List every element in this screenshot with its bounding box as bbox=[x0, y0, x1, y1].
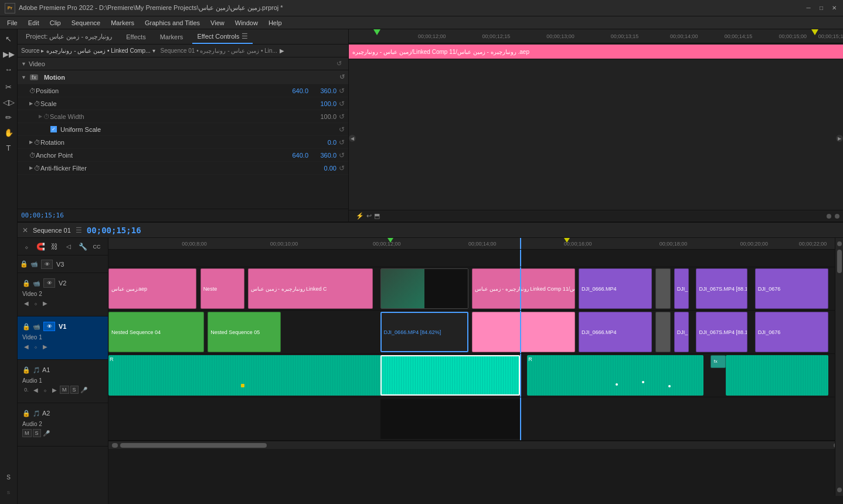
panel-menu-icon[interactable]: ☰ bbox=[242, 32, 248, 40]
a1-next[interactable]: ▶ bbox=[50, 386, 59, 394]
scroll-right[interactable]: ▶ bbox=[836, 135, 843, 142]
anti-flicker-reset[interactable]: ↺ bbox=[339, 164, 345, 172]
menu-help[interactable]: Help bbox=[264, 18, 287, 28]
export-icon[interactable]: ⬒ bbox=[374, 212, 380, 220]
settings-tool[interactable]: S bbox=[2, 470, 16, 484]
v2-clip-2[interactable]: Neste bbox=[200, 268, 244, 309]
video-reset-icon[interactable]: ↺ bbox=[333, 58, 345, 70]
v3-vis[interactable]: 👁 bbox=[41, 260, 53, 269]
maximize-button[interactable]: □ bbox=[817, 4, 825, 12]
razor-tool[interactable]: ✂ bbox=[2, 80, 16, 94]
v3-lock[interactable]: 🔒 bbox=[20, 260, 28, 268]
add-markers-tool[interactable]: ⬦ bbox=[20, 240, 33, 253]
v1-clip-1[interactable]: Nested Sequence 04 bbox=[108, 312, 204, 352]
a1-add[interactable]: ⬦ bbox=[41, 386, 49, 394]
position-x[interactable]: 640.0 bbox=[285, 87, 308, 94]
timeline-ruler[interactable]: 00;00;8;00 00;00;10;00 00;00;12;00 00;00… bbox=[108, 238, 843, 250]
scale-collapse[interactable]: ▶ bbox=[29, 101, 33, 106]
mark-in-tool[interactable]: ◁ bbox=[62, 240, 75, 253]
a1-vol[interactable]: 0. bbox=[22, 386, 30, 394]
v2-clip-5[interactable]: رونبارچیره - زمین عباس Linked Comp 11/زم… bbox=[472, 268, 575, 309]
anchor-x[interactable]: 640.0 bbox=[285, 152, 308, 159]
scale-reset[interactable]: ↺ bbox=[339, 100, 345, 108]
v2-clip-4[interactable] bbox=[380, 268, 468, 309]
v1-add[interactable]: ⬦ bbox=[32, 342, 40, 350]
v1-clip-3[interactable]: DJI_0666.MP4 [84.62%] bbox=[380, 312, 468, 352]
close-button[interactable]: ✕ bbox=[830, 4, 838, 12]
sequence-menu[interactable]: ☰ bbox=[76, 226, 82, 234]
selection-tool[interactable]: ↖ bbox=[2, 32, 16, 46]
scale-value[interactable]: 100.0 bbox=[313, 100, 336, 107]
scroll-left[interactable]: ◀ bbox=[349, 135, 356, 142]
v2-clip-9[interactable]: DJI_067S.MP4 [88.19%] bbox=[696, 268, 747, 309]
rotation-collapse[interactable]: ▶ bbox=[29, 139, 33, 145]
menu-window[interactable]: Window bbox=[230, 18, 263, 28]
snap-tool[interactable]: 🧲 bbox=[34, 240, 47, 253]
a1-clip-3[interactable]: R bbox=[527, 355, 703, 396]
track-select-tool[interactable]: ▶▶ bbox=[2, 47, 16, 61]
a2-lock[interactable]: 🔒 bbox=[22, 410, 30, 417]
tab-markers[interactable]: Markers bbox=[155, 29, 188, 44]
rotation-value[interactable]: 0.0 bbox=[313, 139, 336, 146]
wrench-tool[interactable]: 🔧 bbox=[76, 240, 89, 253]
anchor-stopwatch[interactable]: ⏱ bbox=[29, 152, 36, 159]
a1-solo[interactable]: S bbox=[70, 386, 79, 394]
scale-width-reset[interactable]: ↺ bbox=[339, 113, 345, 121]
tab-effect-controls[interactable]: Effect Controls ☰ bbox=[192, 29, 253, 44]
v2-add[interactable]: ⬦ bbox=[32, 299, 40, 307]
ripple-tool[interactable]: ↔ bbox=[2, 62, 16, 76]
scale-width-value[interactable]: 100.0 bbox=[313, 113, 336, 120]
tab-effects[interactable]: Effects bbox=[121, 29, 150, 44]
a1-prev[interactable]: ◀ bbox=[32, 386, 40, 394]
v1-vis[interactable]: 👁 bbox=[43, 322, 55, 331]
slip-tool[interactable]: ◁▷ bbox=[2, 95, 16, 109]
filter-icon[interactable]: ⚡ bbox=[356, 212, 364, 220]
sequence-arrow[interactable]: ▶ bbox=[280, 47, 284, 54]
v1-next[interactable]: ▶ bbox=[41, 342, 49, 350]
menu-edit[interactable]: Edit bbox=[23, 18, 44, 28]
v2-clip-10[interactable]: DJI_0676 bbox=[755, 268, 828, 309]
v2-clip-3[interactable]: رونبارچیره - زمین عباس Linked C bbox=[248, 268, 373, 309]
v1-lock[interactable]: 🔒 bbox=[22, 323, 30, 331]
uniform-scale-reset[interactable]: ↺ bbox=[339, 125, 345, 134]
v1-clip-6[interactable] bbox=[655, 312, 670, 352]
menu-file[interactable]: File bbox=[2, 18, 22, 28]
scale-stopwatch[interactable]: ⏱ bbox=[34, 100, 40, 107]
v1-clip-4[interactable] bbox=[472, 312, 575, 352]
a1-lock[interactable]: 🔒 bbox=[22, 366, 30, 374]
menu-view[interactable]: View bbox=[206, 18, 229, 28]
position-stopwatch[interactable]: ⏱ bbox=[29, 87, 36, 94]
rotation-reset[interactable]: ↺ bbox=[339, 138, 345, 147]
captions-tool[interactable]: CC bbox=[90, 240, 103, 253]
anti-flicker-stopwatch[interactable]: ⏱ bbox=[34, 165, 40, 172]
a1-mic[interactable]: 🎤 bbox=[80, 386, 88, 394]
menu-clip[interactable]: Clip bbox=[45, 18, 66, 28]
a1-clip-2[interactable] bbox=[380, 355, 520, 396]
window-controls[interactable]: ─ □ ✕ bbox=[804, 4, 838, 12]
position-y[interactable]: 360.0 bbox=[313, 87, 336, 94]
timeline-h-scroll[interactable] bbox=[108, 441, 843, 449]
a2-mute[interactable]: M bbox=[22, 429, 32, 437]
v2-clip-6[interactable]: DJI_0666.MP4 bbox=[579, 268, 652, 309]
source-arrow[interactable]: ▾ bbox=[152, 47, 155, 54]
a2-mic[interactable]: 🎤 bbox=[42, 429, 50, 437]
h-scroll-thumb[interactable] bbox=[120, 443, 267, 448]
timeline-close[interactable]: ✕ bbox=[22, 226, 28, 234]
v1-clip-5[interactable]: DJI_0666.MP4 bbox=[579, 312, 652, 352]
menu-graphics[interactable]: Graphics and Titles bbox=[140, 18, 205, 28]
a1-clip-4[interactable] bbox=[726, 355, 828, 396]
v1-clip-2[interactable]: Nested Sequence 05 bbox=[208, 312, 281, 352]
anchor-y[interactable]: 360.0 bbox=[313, 152, 336, 159]
motion-reset-icon[interactable]: ↺ bbox=[339, 73, 345, 81]
h-scroll-left[interactable] bbox=[112, 443, 118, 448]
a2-solo[interactable]: S bbox=[33, 429, 41, 437]
anchor-reset[interactable]: ↺ bbox=[339, 151, 345, 159]
v2-clip-1[interactable]: زمین عباس.aep bbox=[108, 268, 196, 309]
v2-clip-7[interactable] bbox=[655, 268, 670, 309]
anti-flicker-collapse[interactable]: ▶ bbox=[29, 165, 33, 171]
v-scroll-down[interactable] bbox=[837, 488, 842, 492]
pen-tool[interactable]: ✏ bbox=[2, 110, 16, 124]
v1-prev[interactable]: ◀ bbox=[22, 342, 30, 350]
linked-selection-tool[interactable]: ⛓ bbox=[48, 240, 61, 253]
rotation-stopwatch[interactable]: ⏱ bbox=[34, 139, 40, 146]
